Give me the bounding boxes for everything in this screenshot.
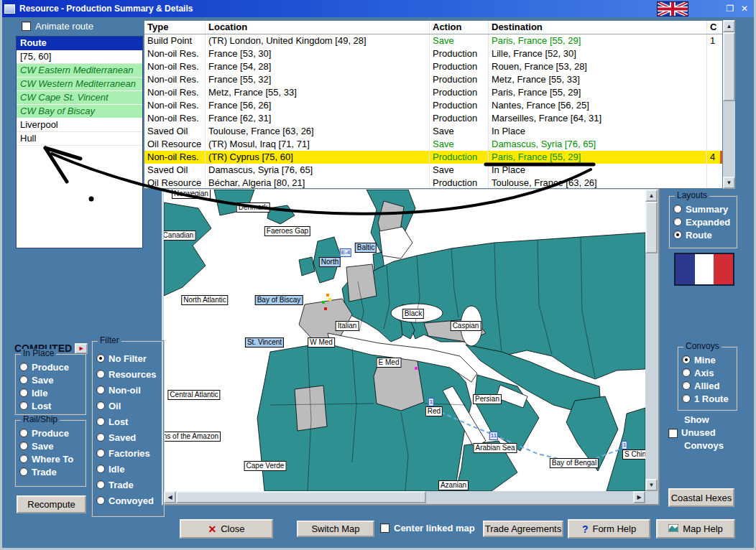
sea-label-bay-of-bengal[interactable]: Bay of Bengal	[550, 458, 599, 468]
radio-oil[interactable]: Oil	[93, 398, 163, 414]
red-arrow-button[interactable]: ►	[75, 343, 88, 354]
table-scrollbar[interactable]: ▲ ▼	[723, 20, 735, 189]
column-header-action[interactable]: Action	[430, 21, 489, 34]
route-item-cw-cape-st-vincent[interactable]: CW Cape St. Vincent	[17, 91, 142, 105]
close-icon[interactable]: ✕	[737, 4, 752, 14]
column-header-type[interactable]: Type	[144, 21, 206, 34]
form-help-button[interactable]: ? Form Help	[568, 519, 650, 539]
close-button[interactable]: ✕ Close	[180, 519, 273, 539]
scroll-left-icon[interactable]: ◀	[164, 491, 176, 503]
radio-expanded[interactable]: Expanded	[670, 215, 736, 228]
convoy-marker[interactable]: 1	[428, 398, 434, 406]
map-horizontal-scrollbar[interactable]: ◀ ▶	[164, 491, 645, 503]
map-help-button[interactable]: Map Help	[656, 519, 735, 539]
radio-idle[interactable]: Idle	[93, 461, 163, 477]
sea-label-faeroes-gap[interactable]: Faeroes Gap	[264, 226, 310, 236]
sea-label-ths-of-the-amazon[interactable]: ths of the Amazon	[164, 432, 221, 442]
table-row[interactable]: Non-oil Res.France [53, 30]ProductionLil…	[144, 47, 722, 60]
trade-agreements-button[interactable]: Trade Agreements	[483, 521, 563, 537]
scroll-down-icon[interactable]: ▼	[645, 479, 658, 491]
map-vertical-scrollbar[interactable]: ▲ ▼	[645, 190, 658, 491]
radio-factories[interactable]: Factories	[93, 445, 163, 461]
table-row[interactable]: Non-oil Res.France [56, 26]ProductionNan…	[144, 99, 722, 112]
sea-label-italian[interactable]: Italian	[336, 321, 359, 331]
route-item-liverpool[interactable]: Liverpool	[17, 118, 142, 132]
table-row[interactable]: Non-oil Res.(TR) Cyprus [75, 60]Producti…	[144, 151, 722, 164]
route-item-cw-eastern-mediterranean[interactable]: CW Eastern Mediterranean	[17, 64, 142, 78]
center-linked-map-checkbox[interactable]: Center linked map	[380, 523, 475, 533]
radio-summary[interactable]: Summary	[670, 202, 736, 215]
table-row[interactable]: Saved OilDamascus, Syria [76, 65]SaveIn …	[144, 164, 722, 177]
sea-label-canadian[interactable]: Canadian	[164, 230, 195, 241]
unused-convoys-checkbox[interactable]: Unused	[668, 427, 739, 439]
table-row[interactable]: Non-oil Res.France [62, 31]ProductionMar…	[144, 112, 722, 125]
titlebar[interactable]: Resource - Production Summary & Details …	[0, 0, 756, 17]
radio-where-to[interactable]: Where To	[16, 452, 85, 465]
column-header-c[interactable]: C	[707, 21, 722, 34]
sea-label-baltic[interactable]: Baltic	[355, 243, 377, 253]
sea-label-black[interactable]: Black	[402, 309, 424, 319]
sea-label-red[interactable]: Red	[425, 406, 443, 416]
radio-no-filter[interactable]: No Filter	[93, 350, 163, 366]
sea-label-denmark[interactable]: Denmark	[236, 202, 270, 213]
radio-resources[interactable]: Resources	[93, 366, 163, 382]
radio-route[interactable]: Route	[670, 228, 736, 241]
sea-label-e-med[interactable]: E Med	[377, 358, 402, 368]
route-list-header[interactable]: Route	[17, 37, 142, 50]
sea-label-azanian[interactable]: Azanian	[438, 480, 469, 490]
sea-label-bay-of-biscay[interactable]: Bay of Biscay	[255, 295, 303, 305]
animate-route-checkbox[interactable]: Animate route	[22, 21, 93, 32]
table-row[interactable]: Non-oil Res.France [54, 28]ProductionRou…	[144, 60, 722, 73]
scrollbar-thumb[interactable]	[645, 202, 658, 253]
scroll-up-icon[interactable]: ▲	[645, 190, 658, 202]
convoy-marker[interactable]: 1	[622, 441, 627, 449]
scroll-down-icon[interactable]: ▼	[723, 177, 735, 189]
radio-produce[interactable]: Produce	[16, 427, 85, 439]
scrollbar-thumb[interactable]	[723, 32, 735, 101]
sea-label-norwegian[interactable]: Norwegian	[172, 190, 211, 199]
radio-saved[interactable]: Saved	[93, 429, 163, 445]
radio-non-oil[interactable]: Non-oil	[93, 382, 163, 398]
scroll-right-icon[interactable]: ▶	[633, 491, 645, 503]
sea-label-s-chin[interactable]: S Chin	[622, 449, 645, 460]
column-header-location[interactable]: Location	[206, 21, 430, 34]
route-item-cw-bay-of-biscay[interactable]: CW Bay of Biscay	[17, 105, 142, 118]
scroll-up-icon[interactable]: ▲	[723, 20, 735, 32]
radio-axis[interactable]: Axis	[678, 366, 736, 379]
radio-idle[interactable]: Idle	[16, 386, 85, 399]
radio-save[interactable]: Save	[16, 439, 85, 452]
radio-save[interactable]: Save	[16, 373, 85, 386]
table-row[interactable]: Non-oil Res.France [55, 32]ProductionMet…	[144, 73, 722, 86]
radio-lost[interactable]: Lost	[93, 414, 163, 429]
table-row[interactable]: Build Point(TR) London, United Kingdom […	[144, 34, 722, 47]
sea-label-central-atlantic[interactable]: Central Atlantic	[167, 390, 220, 400]
radio-trade[interactable]: Trade	[16, 465, 85, 478]
table-row[interactable]: Saved OilToulouse, France [63, 26]SaveIn…	[144, 125, 722, 138]
sea-label-caspian[interactable]: Caspian	[451, 321, 481, 331]
radio-mine[interactable]: Mine	[678, 353, 736, 366]
coastal-hexes-button[interactable]: Coastal Hexes	[668, 488, 734, 507]
sea-label-north-atlantic[interactable]: North Atlantic	[181, 295, 228, 305]
radio-trade[interactable]: Trade	[93, 477, 163, 493]
route-item-cw-western-mediterranean[interactable]: CW Western Mediterranean	[17, 78, 142, 91]
sea-label-cape-verde[interactable]: Cape Verde	[244, 461, 287, 471]
scrollbar-thumb[interactable]	[176, 491, 426, 503]
convoy-marker[interactable]: 11	[489, 432, 498, 440]
radio-convoyed[interactable]: Convoyed	[93, 493, 163, 508]
radio-produce[interactable]: Produce	[16, 360, 85, 373]
sea-label-north[interactable]: North	[319, 257, 341, 267]
radio-lost[interactable]: Lost	[16, 399, 85, 412]
convoy-marker[interactable]: E-4	[340, 248, 351, 257]
table-row[interactable]: Non-oil Res.Metz, France [55, 33]Product…	[144, 86, 722, 99]
sea-label-persian[interactable]: Persian	[473, 394, 502, 404]
maximize-icon[interactable]: ❐	[723, 4, 737, 14]
route-item-75-60[interactable]: [75, 60]	[17, 50, 142, 64]
radio-allied[interactable]: Allied	[678, 379, 736, 392]
radio-1-route[interactable]: 1 Route	[678, 392, 736, 405]
sea-label-st-vincent[interactable]: St. Vincent	[245, 337, 284, 348]
switch-map-button[interactable]: Switch Map	[297, 521, 374, 537]
recompute-button[interactable]: Recompute	[17, 495, 86, 513]
sea-label-arabian-sea[interactable]: Arabian Sea	[473, 443, 517, 453]
route-item-hull[interactable]: Hull	[17, 132, 142, 146]
table-row[interactable]: Oil Resource(TR) Mosul, Iraq [71, 71]Sav…	[144, 138, 722, 151]
